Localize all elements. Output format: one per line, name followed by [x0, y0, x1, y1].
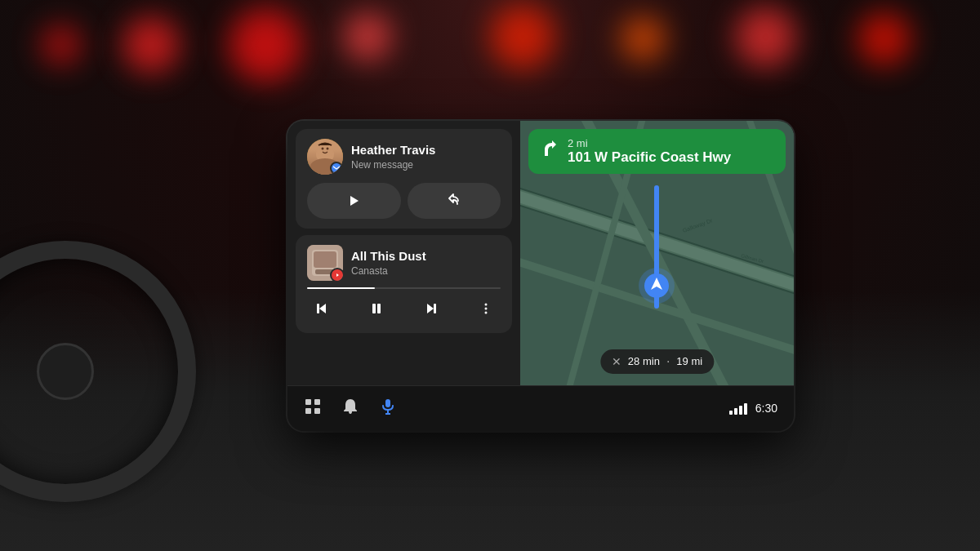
signal-bar-4: [744, 403, 747, 415]
dot-separator: ·: [666, 354, 670, 369]
left-panel: Heather Travis New message: [287, 121, 520, 385]
car-background: Heather Travis New message: [0, 0, 980, 551]
svg-rect-13: [317, 304, 319, 313]
svg-rect-38: [305, 408, 311, 414]
svg-point-20: [485, 311, 488, 313]
svg-marker-16: [427, 304, 434, 313]
svg-rect-37: [314, 399, 320, 405]
progress-bar[interactable]: [307, 287, 501, 289]
bokeh-light: [343, 12, 392, 61]
song-title: All This Dust: [351, 249, 501, 264]
play-icon: [346, 193, 361, 208]
svg-marker-12: [319, 304, 326, 313]
signal-bar-3: [739, 406, 742, 415]
artist-name: Canasta: [351, 265, 501, 277]
music-header: All This Dust Canasta: [307, 245, 501, 281]
message-actions: [307, 183, 501, 219]
message-text-container: Heather Travis New message: [351, 143, 501, 171]
bokeh-light: [858, 12, 911, 65]
music-info: All This Dust Canasta: [351, 249, 501, 277]
pause-button[interactable]: [362, 294, 391, 323]
bottom-bar: 6:30: [287, 385, 794, 431]
android-auto-screen: Heather Travis New message: [287, 121, 794, 431]
nav-distance: 2 mi: [568, 137, 774, 150]
svg-point-2: [322, 147, 324, 149]
time-display: 6:30: [755, 402, 777, 415]
nav-info: 2 mi 101 W Pacific Coast Hwy: [568, 137, 774, 167]
signal-indicator: [729, 402, 747, 415]
bokeh-light: [621, 16, 666, 61]
steering-center: [37, 343, 94, 400]
reply-button[interactable]: [408, 183, 501, 219]
svg-rect-17: [434, 304, 436, 313]
previous-button[interactable]: [307, 294, 336, 323]
screen-content: Heather Travis New message: [287, 121, 794, 385]
signal-bar-1: [729, 411, 733, 415]
svg-rect-15: [377, 304, 381, 313]
message-badge: [330, 162, 343, 175]
eta-close-button[interactable]: ✕: [612, 355, 621, 368]
eta-time: 28 min: [628, 355, 660, 367]
avatar: [307, 139, 343, 175]
message-card: Heather Travis New message: [296, 129, 512, 229]
notifications-button[interactable]: [341, 398, 359, 420]
svg-rect-14: [372, 304, 376, 313]
music-controls: [307, 294, 501, 323]
play-button[interactable]: [307, 183, 401, 219]
svg-marker-5: [350, 196, 359, 206]
apps-button[interactable]: [304, 398, 322, 420]
reply-icon: [447, 193, 461, 208]
bokeh-light: [41, 24, 82, 65]
svg-point-18: [485, 303, 488, 305]
more-button[interactable]: [471, 294, 501, 323]
progress-fill: [307, 287, 375, 289]
eta-badge: ✕ 28 min · 19 mi: [600, 349, 714, 374]
bokeh-light: [122, 16, 180, 73]
svg-rect-40: [385, 399, 390, 407]
svg-point-19: [485, 307, 488, 309]
message-header: Heather Travis New message: [307, 139, 501, 175]
album-art: [307, 245, 343, 281]
message-subtitle: New message: [351, 159, 501, 171]
navigation-banner: 2 mi 101 W Pacific Coast Hwy: [528, 129, 786, 175]
bokeh-light: [490, 4, 555, 69]
svg-rect-39: [314, 408, 320, 414]
bottom-right-status: 6:30: [729, 402, 777, 415]
next-button[interactable]: [416, 294, 446, 323]
bokeh-light: [229, 8, 302, 82]
svg-point-3: [327, 147, 329, 149]
eta-distance: 19 mi: [676, 355, 702, 367]
signal-bar-2: [734, 408, 737, 415]
nav-road-name: 101 W Pacific Coast Hwy: [568, 149, 774, 166]
bokeh-light: [735, 7, 796, 68]
svg-rect-36: [305, 399, 311, 405]
map-panel: Galloway Dr Gillman Dr: [520, 121, 794, 385]
music-source-badge: [330, 268, 343, 281]
svg-rect-4: [332, 165, 341, 171]
music-card: All This Dust Canasta: [296, 235, 512, 333]
contact-name: Heather Travis: [351, 143, 501, 158]
microphone-button[interactable]: [379, 398, 397, 420]
turn-icon: [540, 140, 559, 163]
bottom-left-controls: [304, 398, 397, 420]
svg-rect-8: [314, 251, 336, 268]
